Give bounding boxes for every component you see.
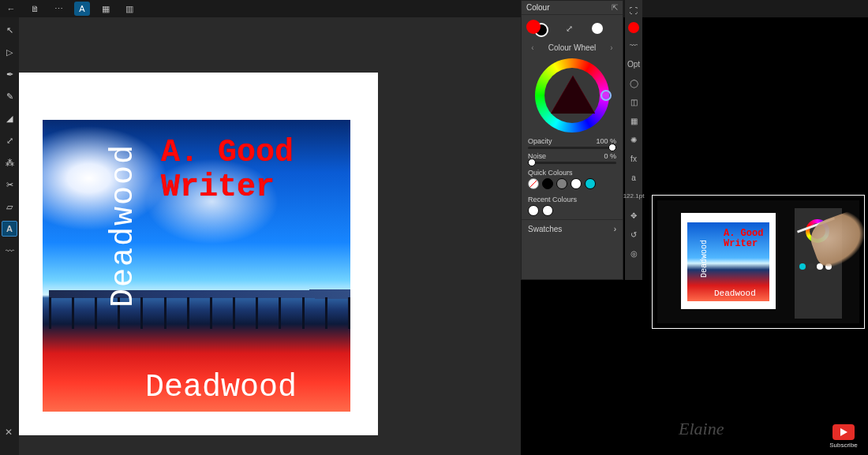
studio-grid[interactable]: ▦ (627, 114, 641, 128)
pip-author-text: A. Good Writer (724, 229, 769, 249)
cover-image[interactable]: A. Good Writer Deadwood Deadwood (43, 120, 350, 412)
opacity-slider-row: Opacity100 % (522, 136, 623, 151)
hue-handle[interactable] (600, 90, 612, 101)
studio-stroke[interactable]: ◯ (627, 76, 641, 90)
snapping-toggle[interactable]: ▥ (122, 2, 137, 16)
studio-transform[interactable]: ✥ (627, 208, 641, 222)
fill-stroke-row: ⤢ (522, 15, 623, 42)
studio-history[interactable]: ↺ (627, 227, 641, 241)
quick-colour-4[interactable] (585, 178, 596, 189)
document-menu-button[interactable]: 🗎 (27, 2, 43, 16)
tool-crop[interactable]: ✂ (2, 177, 17, 192)
panel-title: Colour (526, 3, 549, 12)
quick-colours-label: Quick Colours (522, 166, 623, 178)
webcam-pip: A. Good Writer Deadwood Deadwood (652, 195, 865, 329)
pier-illustration (49, 289, 350, 330)
colour-panel: Colour ⇱ ⤢ ‹ Colour Wheel › Opacity100 % (521, 0, 623, 280)
tool-node[interactable]: ▷ (2, 44, 17, 60)
quick-colour-0[interactable] (528, 178, 539, 189)
recent-colours (522, 205, 623, 219)
tool-move[interactable]: ↖ (2, 22, 17, 38)
colour-triangle[interactable] (551, 76, 595, 114)
canvas-area[interactable]: A. Good Writer Deadwood Deadwood (19, 17, 521, 455)
quick-colours (522, 178, 623, 192)
studio-text[interactable]: a (627, 170, 641, 185)
opacity-slider[interactable] (528, 147, 616, 149)
picker-mode-row: ‹ Colour Wheel › (522, 42, 623, 54)
studio-brush[interactable]: 〰 (627, 38, 641, 52)
top-toolbar: ← 🗎 ⋯ A ▦ ▥ (0, 0, 868, 17)
studio-adjust[interactable]: ✺ (627, 132, 641, 147)
recent-colour-1[interactable] (542, 205, 553, 216)
swatches-row[interactable]: Swatches › (522, 219, 623, 238)
swatches-label: Swatches (528, 225, 562, 233)
recent-colour-0[interactable] (528, 205, 539, 216)
tool-art-text[interactable]: A (2, 221, 17, 237)
tool-frame[interactable]: ▱ (2, 199, 17, 214)
back-button[interactable]: ← (3, 2, 19, 16)
grid-toggle[interactable]: ▦ (98, 2, 114, 16)
subscribe-button[interactable]: Subscribe (825, 424, 862, 449)
more-button[interactable]: ⋯ (51, 2, 66, 16)
studio-expand[interactable]: ⛶ (627, 3, 641, 17)
title-bottom-text[interactable]: Deadwood (145, 370, 297, 405)
tool-brush[interactable]: ⁂ (2, 155, 17, 170)
studio-layers[interactable]: ◫ (627, 95, 641, 109)
close-button[interactable]: ✕ (5, 427, 13, 438)
app-icon: A (74, 2, 90, 16)
noise-slider[interactable] (528, 162, 616, 164)
pip-title-bottom: Deadwood (714, 289, 756, 298)
signature-watermark: Elaine (679, 419, 724, 439)
studio-nav[interactable]: ◎ (627, 246, 641, 260)
quick-colour-3[interactable] (571, 178, 582, 189)
noise-slider-row: Noise0 % (522, 151, 623, 166)
noise-value: 0 % (604, 152, 616, 160)
wheel-container (522, 54, 623, 136)
fill-swatch[interactable] (526, 20, 541, 34)
app-root: ← 🗎 ⋯ A ▦ ▥ ↖▷✒✎◢⤢⁂✂▱A〰 A. Good Writer D… (0, 0, 868, 455)
title-vertical-text[interactable]: Deadwood (106, 144, 141, 308)
studio-fontsize[interactable]: 122.1pt (627, 189, 641, 203)
studio-fx[interactable]: fx (627, 151, 641, 166)
studio-colour[interactable] (628, 22, 639, 33)
tool-pen[interactable]: ✒ (2, 66, 17, 82)
pip-title-vertical: Deadwood (700, 240, 709, 278)
pip-document: A. Good Writer Deadwood Deadwood (681, 213, 776, 309)
sampled-colour[interactable] (592, 23, 603, 34)
fill-stroke-selector[interactable] (526, 20, 547, 37)
mode-next[interactable]: › (607, 43, 616, 52)
author-text[interactable]: A. Good Writer (161, 136, 342, 205)
subscribe-label: Subscribe (825, 442, 862, 449)
tool-pencil[interactable]: ✎ (2, 88, 17, 104)
youtube-icon (832, 424, 855, 440)
pin-icon[interactable]: ⇱ (612, 3, 618, 12)
tool-fill[interactable]: ◢ (2, 110, 17, 126)
chevron-right-icon: › (614, 225, 616, 233)
eyedropper-icon[interactable]: ⤢ (566, 24, 573, 34)
opacity-label: Opacity (528, 137, 552, 145)
quick-colour-2[interactable] (556, 178, 567, 189)
colour-wheel[interactable] (535, 58, 609, 132)
panel-header: Colour ⇱ (522, 1, 623, 15)
left-toolbox: ↖▷✒✎◢⤢⁂✂▱A〰 (0, 17, 19, 455)
pip-content: A. Good Writer Deadwood Deadwood (657, 200, 859, 323)
quick-colour-1[interactable] (542, 178, 553, 189)
picker-mode-label[interactable]: Colour Wheel (548, 43, 597, 52)
document-page[interactable]: A. Good Writer Deadwood Deadwood (19, 73, 378, 435)
pip-cover: A. Good Writer Deadwood Deadwood (687, 222, 769, 301)
tool-vector-brush[interactable]: 〰 (2, 243, 17, 259)
studio-opt[interactable]: Opt (627, 57, 641, 71)
recent-colours-label: Recent Colours (522, 192, 623, 205)
tool-eyedropper[interactable]: ⤢ (2, 132, 17, 148)
mode-prev[interactable]: ‹ (528, 43, 537, 52)
studio-bar: ⛶〰Opt◯◫▦✺fxa122.1pt✥↺◎ (625, 0, 642, 280)
